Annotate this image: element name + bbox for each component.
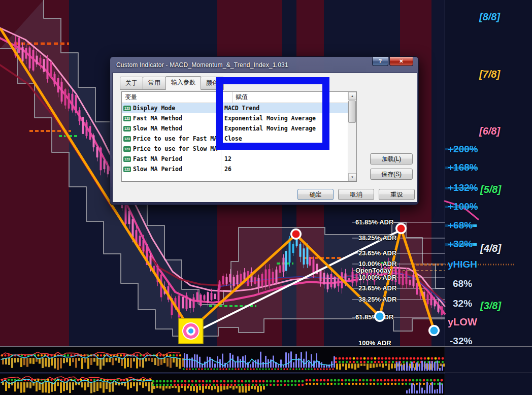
tab-inputs[interactable]: 输入参数	[165, 76, 201, 90]
param-name: Fast MA Period	[133, 155, 182, 162]
param-name: Price to use for Fast MA	[133, 135, 217, 142]
param-name-cell: 123Slow MA Period	[122, 164, 221, 174]
save-button[interactable]: 保存(S)	[370, 169, 413, 180]
param-name-cell: 123Display Mode	[122, 103, 221, 113]
reset-button[interactable]: 重设	[379, 189, 415, 200]
table-scrollbar[interactable]: ▲ ▼	[348, 92, 356, 181]
tab-common[interactable]: 常用	[143, 77, 166, 90]
param-name: Price to use for Slow MA	[133, 145, 217, 152]
help-button[interactable]: ?	[372, 57, 388, 66]
param-name-cell: 123Fast MA Period	[122, 154, 221, 164]
numeric-param-icon: 123	[123, 146, 131, 152]
scroll-up-button[interactable]: ▲	[348, 92, 356, 100]
scrollbar-thumb[interactable]	[348, 101, 356, 123]
numeric-param-icon: 123	[123, 106, 131, 111]
load-button[interactable]: 加载(L)	[370, 153, 413, 164]
numeric-param-icon: 123	[123, 156, 131, 162]
param-name-cell: 123Price to use for Fast MA	[122, 134, 221, 144]
param-name-cell: 123Slow MA Method	[122, 123, 221, 134]
param-name: Fast MA Method	[133, 115, 182, 122]
close-button[interactable]: ✕	[389, 57, 413, 66]
numeric-param-icon: 123	[123, 126, 131, 131]
trading-app-screen: [8/8][7/8][6/8]+200%+168%+132%[5/8]+100%…	[0, 0, 532, 395]
dialog-tabs: 关于 常用 输入参数 颜色	[120, 77, 223, 90]
dialog-title: Custom Indicator - MACD_Momentum_&_Trend…	[116, 61, 288, 69]
param-name-cell: 123Price to use for Slow MA	[122, 144, 221, 154]
param-name: Display Mode	[133, 105, 175, 112]
param-value[interactable]: 12	[221, 155, 348, 162]
param-name: Slow MA Method	[133, 125, 182, 132]
tab-about[interactable]: 关于	[120, 77, 143, 90]
cancel-button[interactable]: 取消	[338, 189, 374, 200]
param-name-cell: 123Fast MA Method	[122, 113, 221, 123]
dialog-titlebar[interactable]: Custom Indicator - MACD_Momentum_&_Trend…	[112, 57, 416, 73]
scroll-down-button[interactable]: ▼	[348, 173, 356, 181]
param-value[interactable]: 26	[221, 166, 348, 173]
numeric-param-icon: 123	[123, 167, 131, 172]
param-row[interactable]: 123Slow MA Period 26	[122, 164, 348, 174]
param-name: Slow MA Period	[133, 166, 182, 173]
highlight-rectangle	[216, 77, 329, 150]
numeric-param-icon: 123	[123, 116, 131, 121]
numeric-param-icon: 123	[123, 136, 131, 142]
param-row[interactable]: 123Fast MA Period 12	[122, 154, 348, 164]
ok-button[interactable]: 确定	[297, 189, 334, 200]
window-buttons: ? ✕	[372, 57, 413, 66]
